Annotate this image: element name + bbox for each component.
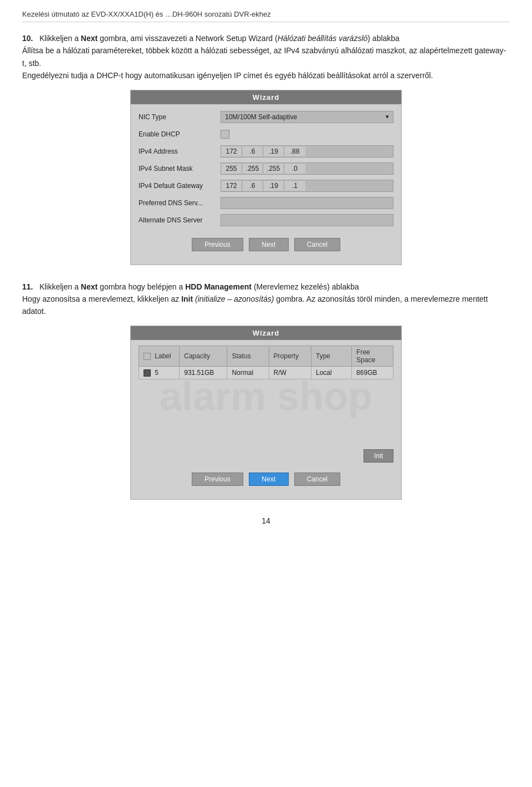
subnet-part-1[interactable]: 255 xyxy=(221,164,242,174)
section10-para1: Állítsa be a hálózati paramétereket, töb… xyxy=(22,46,506,67)
wizard1-label-dhcp: Enable DHCP xyxy=(139,130,221,138)
wizard1-buttons: Previous Next Cancel xyxy=(139,230,393,257)
wizard1-row-ipv4: IPv4 Address 172 .6 .19 .88 xyxy=(139,144,393,159)
section10-intro: Klikkeljen a xyxy=(39,34,81,43)
section-11-text: 11. Klikkeljen a Next gombra hogy belépj… xyxy=(22,281,510,318)
wizard1-label-nic: NIC Type xyxy=(139,113,221,121)
page-header: Kezelési útmutató az EVD-XX/XXA1D(H) és … xyxy=(22,10,510,22)
init-button-row: Init xyxy=(139,446,393,465)
wizard1-value-subnet: 255 .255 .255 .0 xyxy=(221,163,393,175)
subnet-part-4[interactable]: .0 xyxy=(284,164,305,174)
wizard2-title: Wizard xyxy=(131,326,401,340)
hdd-col-status: Status xyxy=(227,346,269,366)
init-button[interactable]: Init xyxy=(364,449,393,463)
wizard1-row-dns2: Alternate DNS Server xyxy=(139,213,393,227)
wizard1-row-nic: NIC Type 10M/100M Self-adaptive xyxy=(139,110,393,124)
wizard1-row-subnet: IPv4 Subnet Mask 255 .255 .255 .0 xyxy=(139,161,393,176)
section-10-number: 10. xyxy=(22,34,33,43)
wizard1-value-dhcp[interactable] xyxy=(221,128,393,140)
hdd-table: Label Capacity Status Property Type Free… xyxy=(139,346,393,379)
hdd-col-label: Label xyxy=(139,346,180,366)
hdd-col-property: Property xyxy=(269,346,311,366)
wizard1-label-ipv4: IPv4 Address xyxy=(139,148,221,155)
wizard1-value-gateway: 172 .6 .19 .1 xyxy=(221,180,393,192)
hdd-cell-status: Normal xyxy=(227,366,269,379)
section11-para1-start: Hogy azonosítsa a merevlemezt, klikkelje… xyxy=(22,295,181,303)
section-10-text: 10. Klikkeljen a Next gombra, ami vissza… xyxy=(22,32,510,82)
section10-halo-italic: Hálózati beállítás varázsló xyxy=(278,34,368,43)
section-11-number: 11. xyxy=(22,282,33,291)
hdd-cell-capacity: 931.51GB xyxy=(180,366,227,379)
section10-para2: Engedélyezni tudja a DHCP-t hogy automat… xyxy=(22,71,433,80)
wizard1-label-gateway: IPv4 Default Gateway xyxy=(139,182,221,190)
section11-hdd-bold: HDD Management xyxy=(185,282,252,291)
wizard2-body: alarm shop Label Capacity Status Propert… xyxy=(131,340,401,499)
wizard1-label-subnet: IPv4 Subnet Mask xyxy=(139,165,221,172)
gateway-part-3[interactable]: .19 xyxy=(263,181,284,191)
section11-intro: Klikkeljen a xyxy=(39,282,81,291)
wizard2-cancel-button[interactable]: Cancel xyxy=(294,473,340,486)
ipv4-part-3[interactable]: .19 xyxy=(263,146,284,156)
wizard1-value-dns2[interactable] xyxy=(221,214,393,226)
wizard1-row-dhcp: Enable DHCP xyxy=(139,127,393,141)
wizard1-label-dns1: Preferred DNS Serv... xyxy=(139,199,221,207)
wizard1-value-dns1[interactable] xyxy=(221,197,393,209)
gateway-parts: 172 .6 .19 .1 xyxy=(221,181,305,191)
wizard2-previous-button[interactable]: Previous xyxy=(192,473,243,486)
gateway-part-4[interactable]: .1 xyxy=(284,181,305,191)
watermark: alarm shop xyxy=(160,373,372,419)
section11-next-bold: Next xyxy=(81,282,98,291)
wizard-dialog-2: Wizard alarm shop Label Capacity Status … xyxy=(130,326,402,500)
section11-intro2: gombra hogy belépjen a xyxy=(98,282,185,291)
header-text: Kezelési útmutató az EVD-XX/XXA1D(H) és … xyxy=(22,10,271,18)
dhcp-checkbox[interactable] xyxy=(221,130,229,139)
section10-intro3: ) ablakba xyxy=(367,34,400,43)
section11-intro3: (Merevlemez kezelés) ablakba xyxy=(252,282,359,291)
section10-intro2: gombra, ami visszavezeti a Network Setup… xyxy=(98,34,277,43)
wizard1-row-dns1: Preferred DNS Serv... xyxy=(139,196,393,210)
wizard1-cancel-button[interactable]: Cancel xyxy=(294,238,340,251)
ipv4-parts: 172 .6 .19 .88 xyxy=(221,146,305,156)
hdd-cell-type: Local xyxy=(311,366,352,379)
wizard2-next-button[interactable]: Next xyxy=(249,473,289,486)
wizard1-label-dns2: Alternate DNS Server xyxy=(139,216,221,224)
wizard1-row-gateway: IPv4 Default Gateway 172 .6 .19 .1 xyxy=(139,179,393,193)
wizard1-next-button[interactable]: Next xyxy=(249,238,289,251)
subnet-parts: 255 .255 .255 .0 xyxy=(221,164,305,174)
hdd-table-header-row: Label Capacity Status Property Type Free… xyxy=(139,346,393,366)
hdd-col-type: Type xyxy=(311,346,352,366)
section11-init-italic: (initialize – azonosítás) xyxy=(193,295,274,303)
hdd-cell-label: 5 xyxy=(139,366,180,379)
section10-next-bold: Next xyxy=(81,34,98,43)
wizard-dialog-1: Wizard NIC Type 10M/100M Self-adaptive E… xyxy=(130,90,402,265)
hdd-select-all-checkbox[interactable] xyxy=(144,353,151,360)
subnet-part-2[interactable]: .255 xyxy=(242,164,263,174)
wizard1-title: Wizard xyxy=(131,90,401,104)
wizard1-value-nic[interactable]: 10M/100M Self-adaptive xyxy=(221,111,393,123)
gateway-part-1[interactable]: 172 xyxy=(221,181,242,191)
table-row: 5 931.51GB Normal R/W Local 869GB xyxy=(139,366,393,379)
wizard1-previous-button[interactable]: Previous xyxy=(192,238,243,251)
page-number: 14 xyxy=(22,516,510,525)
ipv4-part-1[interactable]: 172 xyxy=(221,146,242,156)
gateway-part-2[interactable]: .6 xyxy=(242,181,263,191)
wizard1-value-ipv4: 172 .6 .19 .88 xyxy=(221,145,393,158)
hdd-row-checkbox[interactable] xyxy=(144,369,151,377)
section11-init-bold: Init xyxy=(181,295,193,303)
ipv4-part-2[interactable]: .6 xyxy=(242,146,263,156)
wizard1-body: NIC Type 10M/100M Self-adaptive Enable D… xyxy=(131,104,401,265)
hdd-col-capacity: Capacity xyxy=(180,346,227,366)
hdd-col-freespace: Free Space xyxy=(352,346,393,366)
subnet-part-3[interactable]: .255 xyxy=(263,164,284,174)
hdd-cell-property: R/W xyxy=(269,366,311,379)
ipv4-part-4[interactable]: .88 xyxy=(284,146,305,156)
hdd-cell-freespace: 869GB xyxy=(352,366,393,379)
wizard2-buttons: Previous Next Cancel xyxy=(139,465,393,491)
